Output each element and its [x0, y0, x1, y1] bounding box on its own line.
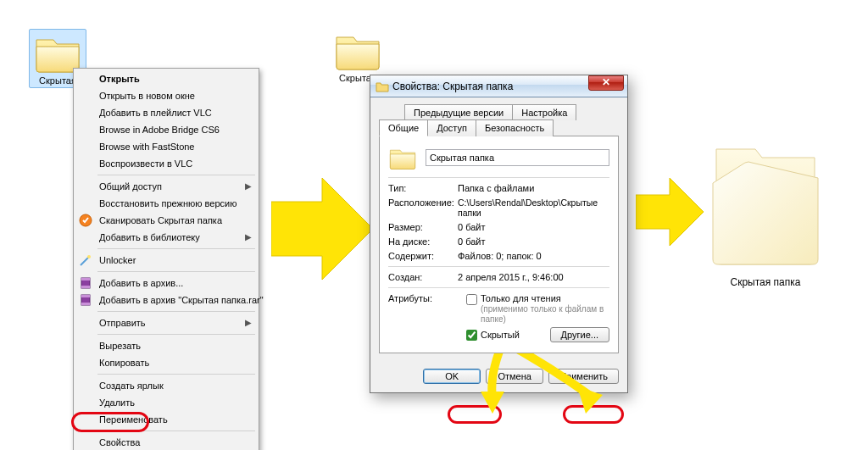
- ok-button[interactable]: OK: [423, 369, 481, 384]
- ctx-add-archive-named[interactable]: Добавить в архив "Скрытая папка.rar": [75, 292, 257, 308]
- folder-open-icon: [706, 131, 825, 275]
- label-contains: Содержит:: [388, 251, 458, 261]
- separator: [388, 266, 609, 267]
- separator: [97, 431, 255, 431]
- readonly-note: (применимо только к файлам в папке): [481, 304, 604, 324]
- separator: [97, 311, 255, 312]
- folder-name-input[interactable]: [426, 149, 609, 166]
- ctx-share[interactable]: Общий доступ▶: [75, 178, 257, 195]
- readonly-label: Только для чтения: [481, 293, 561, 303]
- ctx-faststone[interactable]: Browse with FastStone: [75, 138, 257, 155]
- apply-button[interactable]: Применить: [548, 369, 619, 384]
- chevron-right-icon: ▶: [245, 181, 252, 191]
- close-button[interactable]: ✕: [588, 75, 624, 91]
- svg-rect-3: [81, 278, 90, 281]
- folder-hidden-right[interactable]: Скрытая папка: [702, 131, 829, 288]
- ctx-create-shortcut[interactable]: Создать ярлык: [75, 377, 257, 394]
- separator: [97, 175, 255, 175]
- svg-point-1: [87, 255, 91, 258]
- separator: [97, 271, 255, 272]
- folder-icon: [333, 29, 382, 71]
- separator: [97, 248, 255, 249]
- separator: [388, 177, 609, 178]
- svg-marker-8: [271, 178, 373, 280]
- svg-marker-9: [636, 178, 704, 246]
- wand-icon: [79, 253, 92, 267]
- value-contains: Файлов: 0; папок: 0: [458, 251, 609, 261]
- highlight-ok-button: [448, 405, 502, 424]
- ctx-add-archive[interactable]: Добавить в архив...: [75, 275, 257, 292]
- svg-rect-7: [81, 303, 90, 305]
- label-size: Размер:: [388, 222, 458, 232]
- ctx-copy[interactable]: Копировать: [75, 354, 257, 371]
- folder-label: Скрытая папка: [702, 276, 829, 288]
- ctx-properties[interactable]: Свойства: [75, 434, 257, 450]
- value-created: 2 апреля 2015 г., 9:46:00: [458, 272, 609, 282]
- dialog-button-row: OK Отмена Применить: [370, 362, 627, 392]
- context-menu: Открыть Открыть в новом окне Добавить в …: [73, 68, 259, 450]
- properties-dialog: Свойства: Скрытая папка ✕ Предыдущие вер…: [370, 75, 628, 393]
- label-location: Расположение:: [388, 197, 458, 218]
- other-attrs-button[interactable]: Другие...: [550, 327, 609, 342]
- ctx-send-to[interactable]: Отправить▶: [75, 314, 257, 331]
- svg-rect-4: [81, 286, 90, 288]
- ctx-unlocker[interactable]: Unlocker: [75, 252, 257, 269]
- value-size: 0 байт: [458, 222, 609, 232]
- chevron-right-icon: ▶: [245, 232, 252, 242]
- hidden-checkbox[interactable]: [466, 330, 477, 341]
- arrow-right-icon: [271, 178, 373, 280]
- highlight-apply-button: [563, 405, 624, 424]
- tab-prev-versions[interactable]: Предыдущие версии: [404, 104, 513, 120]
- ctx-adobe-bridge[interactable]: Browse in Adobe Bridge CS6: [75, 121, 257, 138]
- ctx-add-library[interactable]: Добавить в библиотеку▶: [75, 229, 257, 246]
- tab-security[interactable]: Безопасность: [476, 119, 554, 136]
- ctx-vlc-playlist[interactable]: Добавить в плейлист VLC: [75, 104, 257, 121]
- folder-icon: [376, 80, 389, 93]
- ctx-restore-prev[interactable]: Восстановить прежнюю версию: [75, 195, 257, 212]
- ctx-cut[interactable]: Вырезать: [75, 337, 257, 354]
- label-type: Тип:: [388, 183, 458, 193]
- svg-marker-10: [481, 392, 504, 414]
- scan-icon: [79, 214, 92, 227]
- folder-icon: [388, 145, 417, 170]
- readonly-checkbox[interactable]: [466, 294, 477, 305]
- dialog-titlebar[interactable]: Свойства: Скрытая папка ✕: [370, 75, 627, 97]
- separator: [97, 334, 255, 335]
- separator: [97, 374, 255, 375]
- ctx-delete[interactable]: Удалить: [75, 394, 257, 411]
- chevron-right-icon: ▶: [245, 318, 252, 327]
- label-attributes: Атрибуты:: [388, 293, 458, 346]
- label-created: Создан:: [388, 272, 458, 282]
- hidden-label: Скрытый: [481, 330, 520, 340]
- label-ondisk: На диске:: [388, 236, 458, 247]
- ctx-open[interactable]: Открыть: [75, 70, 257, 87]
- cancel-button[interactable]: Отмена: [486, 369, 543, 384]
- rar-icon: [79, 293, 92, 307]
- tab-general[interactable]: Общие: [379, 119, 428, 136]
- value-type: Папка с файлами: [458, 183, 609, 193]
- rar-icon: [79, 276, 92, 290]
- arrow-right-icon: [636, 178, 704, 246]
- tab-settings[interactable]: Настройка: [512, 104, 576, 120]
- ctx-rename[interactable]: Переименовать: [75, 411, 257, 428]
- tab-access[interactable]: Доступ: [427, 119, 476, 136]
- value-location: C:\Users\Rendal\Desktop\Скрытые папки: [458, 197, 609, 218]
- svg-rect-6: [81, 295, 90, 297]
- ctx-scan[interactable]: Сканировать Скрытая папка: [75, 212, 257, 229]
- separator: [388, 287, 609, 288]
- ctx-open-new-window[interactable]: Открыть в новом окне: [75, 87, 257, 104]
- value-ondisk: 0 байт: [458, 236, 609, 247]
- general-tab-panel: Тип:Папка с файлами Расположение:C:\User…: [379, 136, 619, 353]
- ctx-vlc-play[interactable]: Воспроизвести в VLC: [75, 155, 257, 172]
